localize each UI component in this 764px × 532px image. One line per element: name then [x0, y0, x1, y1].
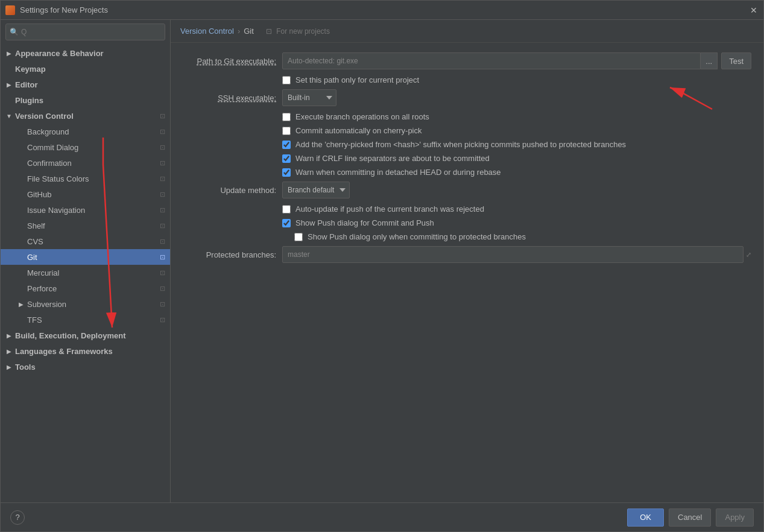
cb7-row: Show Push dialog for Commit and Push: [183, 218, 751, 227]
sidebar-item-editor[interactable]: Editor: [1, 77, 170, 92]
copy-icon-issue-navigation: ⊡: [160, 206, 165, 214]
ssh-select[interactable]: Built-in Native: [282, 89, 336, 106]
git-path-row: Path to Git executable: ... Test: [183, 52, 751, 69]
sidebar-item-git[interactable]: Git⊡: [1, 249, 170, 265]
sidebar-item-subversion[interactable]: Subversion⊡: [1, 296, 170, 312]
bottom-actions: OK Cancel Apply: [627, 508, 754, 527]
sidebar-item-keymap[interactable]: Keymap: [1, 61, 170, 77]
copy-icon-github: ⊡: [160, 191, 165, 198]
set-path-checkbox[interactable]: [282, 76, 291, 84]
breadcrumb-note: ⊡ For new projects: [266, 27, 330, 36]
sidebar-item-issue-navigation[interactable]: Issue Navigation⊡: [1, 202, 170, 218]
cb3-row: Add the 'cherry-picked from <hash>' suff…: [183, 140, 751, 149]
auto-update-checkbox[interactable]: [282, 205, 291, 214]
sidebar-item-version-control[interactable]: Version Control⊡: [1, 108, 170, 124]
note-icon: ⊡: [266, 27, 272, 36]
sidebar-item-cvs[interactable]: CVS⊡: [1, 233, 170, 249]
show-push-dialog-checkbox[interactable]: [282, 219, 291, 227]
sidebar-item-mercurial[interactable]: Mercurial⊡: [1, 265, 170, 280]
copy-icon-cvs: ⊡: [160, 238, 165, 245]
git-path-label: Path to Git executable:: [183, 57, 282, 66]
copy-icon-background: ⊡: [160, 128, 165, 136]
protected-input-group: ⤢: [282, 246, 751, 263]
cherry-pick-suffix-checkbox[interactable]: [282, 141, 291, 149]
commit-auto-checkbox[interactable]: [282, 127, 291, 135]
sidebar-item-confirmation[interactable]: Confirmation⊡: [1, 155, 170, 171]
sidebar-item-background[interactable]: Background⊡: [1, 124, 170, 139]
cancel-button[interactable]: Cancel: [669, 508, 711, 527]
breadcrumb-bar: Version Control › Git ⊡ For new projects: [171, 20, 763, 43]
apply-button[interactable]: Apply: [716, 508, 754, 527]
update-method-select[interactable]: Branch default Merge Rebase: [282, 182, 350, 198]
settings-content: Path to Git executable: ... Test Set thi…: [171, 43, 763, 502]
arrow-appearance: [5, 49, 13, 57]
settings-window: Settings for New Projects ✕ 🔍 Appearance…: [0, 0, 764, 532]
show-push-dialog-label[interactable]: Show Push dialog for Commit and Push: [295, 218, 434, 227]
show-push-protected-checkbox[interactable]: [294, 233, 303, 241]
sidebar-item-plugins[interactable]: Plugins: [1, 92, 170, 108]
git-path-input[interactable]: [282, 52, 701, 69]
copy-icon-tfs: ⊡: [160, 316, 165, 324]
protected-input[interactable]: [282, 246, 743, 263]
set-path-row: Set this path only for current project: [183, 75, 751, 84]
titlebar: Settings for New Projects ✕: [1, 1, 763, 20]
update-method-row: Update method: Branch default Merge Reba…: [183, 182, 751, 198]
warn-crlf-label[interactable]: Warn if CRLF line separators are about t…: [295, 154, 490, 163]
sidebar-label-commit-dialog: Commit Dialog: [27, 143, 157, 152]
warn-detached-label[interactable]: Warn when committing in detached HEAD or…: [295, 168, 501, 177]
test-button[interactable]: Test: [721, 52, 751, 69]
arrow-editor: [5, 81, 13, 88]
sidebar-item-commit-dialog[interactable]: Commit Dialog⊡: [1, 139, 170, 155]
sidebar-label-github: GitHub: [27, 190, 157, 199]
arrow-subversion: [17, 300, 25, 308]
copy-icon-commit-dialog: ⊡: [160, 144, 165, 151]
cb5-row: Warn when committing in detached HEAD or…: [183, 168, 751, 177]
protected-label: Protected branches:: [183, 250, 282, 259]
expand-icon[interactable]: ⤢: [746, 251, 751, 259]
set-path-label[interactable]: Set this path only for current project: [295, 75, 419, 84]
warn-crlf-checkbox[interactable]: [282, 154, 291, 163]
arrow-tools: [5, 363, 13, 370]
search-icon: 🔍: [10, 28, 19, 36]
ok-button[interactable]: OK: [627, 508, 664, 527]
sidebar-label-version-control: Version Control: [15, 112, 157, 121]
search-box[interactable]: 🔍: [5, 24, 165, 40]
cb1-row: Execute branch operations on all roots: [183, 112, 751, 121]
execute-branch-label[interactable]: Execute branch operations on all roots: [295, 112, 429, 121]
sidebar-item-tfs[interactable]: TFS⊡: [1, 312, 170, 328]
copy-icon-shelf: ⊡: [160, 222, 165, 230]
copy-icon-confirmation: ⊡: [160, 159, 165, 167]
sidebar-item-file-status-colors[interactable]: File Status Colors⊡: [1, 171, 170, 186]
copy-icon-perforce: ⊡: [160, 285, 165, 293]
cb8-row: Show Push dialog only when committing to…: [183, 232, 751, 241]
cb6-row: Auto-update if push of the current branc…: [183, 204, 751, 214]
close-button[interactable]: ✕: [749, 5, 759, 15]
breadcrumb-separator: ›: [238, 27, 240, 36]
path-input-group: ... Test: [282, 52, 751, 69]
warn-detached-checkbox[interactable]: [282, 168, 291, 177]
browse-button[interactable]: ...: [701, 52, 718, 69]
sidebar-item-github[interactable]: GitHub⊡: [1, 186, 170, 202]
sidebar: 🔍 Appearance & BehaviorKeymapEditorPlugi…: [1, 20, 171, 502]
execute-branch-checkbox[interactable]: [282, 113, 291, 121]
update-method-label: Update method:: [183, 186, 282, 195]
sidebar-label-shelf: Shelf: [27, 221, 157, 230]
sidebar-item-perforce[interactable]: Perforce⊡: [1, 280, 170, 296]
sidebar-label-background: Background: [27, 127, 157, 136]
app-icon: [5, 5, 15, 15]
sidebar-item-languages-frameworks[interactable]: Languages & Frameworks: [1, 343, 170, 359]
main-panel: Version Control › Git ⊡ For new projects…: [171, 20, 763, 502]
commit-auto-label[interactable]: Commit automatically on cherry-pick: [295, 126, 422, 135]
sidebar-item-tools[interactable]: Tools: [1, 359, 170, 375]
show-push-protected-label[interactable]: Show Push dialog only when committing to…: [308, 232, 526, 241]
help-button[interactable]: ?: [10, 510, 25, 525]
breadcrumb-current: Git: [244, 27, 254, 36]
ssh-dropdown-group: Built-in Native: [282, 89, 336, 106]
sidebar-item-appearance[interactable]: Appearance & Behavior: [1, 45, 170, 61]
sidebar-item-shelf[interactable]: Shelf⊡: [1, 218, 170, 233]
sidebar-label-confirmation: Confirmation: [27, 159, 157, 168]
search-input[interactable]: [21, 28, 161, 36]
cherry-pick-suffix-label[interactable]: Add the 'cherry-picked from <hash>' suff…: [295, 140, 626, 149]
sidebar-item-build-execution[interactable]: Build, Execution, Deployment: [1, 328, 170, 343]
auto-update-label[interactable]: Auto-update if push of the current branc…: [295, 204, 484, 214]
